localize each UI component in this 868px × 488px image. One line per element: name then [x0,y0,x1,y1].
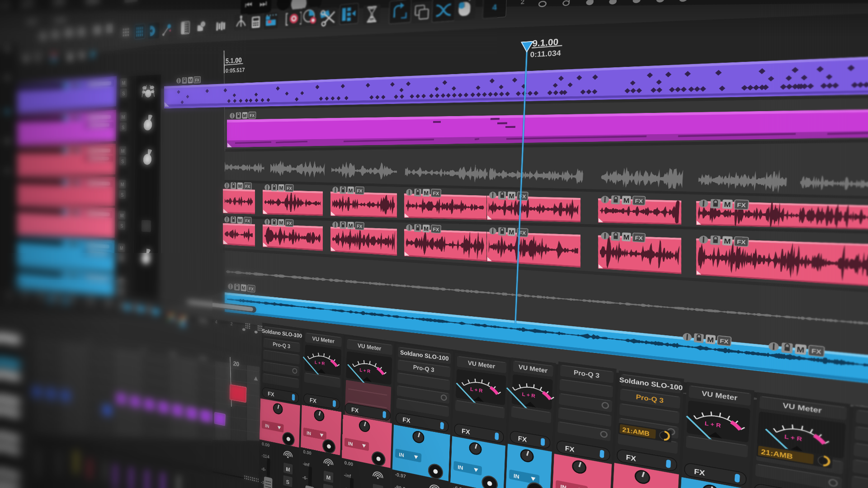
svg-text:2: 2 [231,321,233,327]
svg-text:FX: FX [245,184,250,189]
svg-text:M: M [724,237,731,245]
svg-text:M: M [122,114,125,120]
svg-text:FX: FX [518,434,527,443]
svg-text:M: M [797,345,805,354]
svg-text:M: M [279,220,283,226]
svg-text:M: M [424,190,429,197]
svg-text:FX: FX [357,188,363,194]
svg-text:0:11.034: 0:11.034 [530,49,561,59]
svg-text:2: 2 [520,0,524,5]
svg-text:FX: FX [287,186,292,191]
svg-text:IN: IN [560,483,567,488]
svg-text:FX: FX [720,338,729,346]
svg-text:S: S [121,192,124,197]
svg-text:5.1.00: 5.1.00 [226,56,242,65]
svg-text:0:05.517: 0:05.517 [226,66,245,74]
svg-text:M: M [122,80,125,86]
svg-text:⏭: ⏭ [259,0,267,9]
svg-text:M: M [279,185,283,191]
svg-text:FX: FX [737,238,746,246]
svg-text:M: M [424,225,429,232]
svg-text:FX: FX [310,396,317,404]
svg-text:FX: FX [565,444,575,454]
svg-text:M: M [707,336,714,344]
svg-text:FX: FX [195,78,199,82]
svg-text:FX: FX [433,226,439,233]
svg-text:i: i [203,22,203,26]
svg-text:FX: FX [635,197,643,205]
svg-text:FX: FX [287,221,292,226]
svg-text:IN: IN [458,464,463,471]
svg-text:20: 20 [233,360,240,367]
svg-text:M: M [623,234,629,241]
svg-text:M: M [119,278,123,285]
svg-text:FX: FX [737,202,746,209]
svg-text:IN: IN [514,473,520,480]
svg-text:M: M [509,192,514,200]
svg-text:FX: FX [245,218,250,224]
svg-text:IN: IN [399,452,404,459]
svg-text:M: M [238,217,242,223]
svg-text:FX: FX [433,190,439,197]
svg-text:S: S [122,90,125,97]
svg-text:M: M [238,183,242,189]
svg-text:S: S [121,158,124,164]
svg-text:FX: FX [635,235,643,242]
svg-text:M: M [509,229,514,236]
svg-text:S: S [120,255,123,262]
svg-text:FX: FX [811,347,822,356]
svg-text:S: S [286,479,290,486]
svg-text:M: M [189,77,192,83]
svg-text:IN: IN [348,441,353,447]
svg-text:⏮: ⏮ [245,0,253,10]
svg-text:FX: FX [351,406,359,414]
svg-text:M: M [623,197,629,204]
svg-text:M: M [349,188,353,194]
svg-text:ff: ff [175,317,177,323]
svg-text:FX: FX [250,113,255,118]
svg-text:M: M [724,201,731,209]
svg-text:M: M [326,474,330,482]
svg-text:FX: FX [268,390,274,398]
svg-text:M: M [286,466,290,473]
svg-text:IN: IN [307,430,311,436]
svg-text:FX: FX [357,223,363,229]
svg-text:4: 4 [492,3,497,12]
svg-text:M: M [243,113,246,118]
svg-text:FX: FX [462,427,471,436]
svg-text:M: M [120,245,123,251]
svg-text:S: S [119,289,123,295]
svg-text:M: M [121,148,125,154]
svg-text:4: 4 [215,319,217,325]
svg-text:FX: FX [249,286,254,292]
svg-text:FX: FX [402,416,410,424]
svg-text:IN: IN [265,423,269,429]
svg-text:S: S [122,124,125,130]
svg-text:M: M [348,223,353,230]
svg-text:S: S [120,223,123,229]
svg-text:M: M [242,285,246,291]
svg-text:M: M [120,212,124,218]
svg-text:M: M [121,181,124,187]
